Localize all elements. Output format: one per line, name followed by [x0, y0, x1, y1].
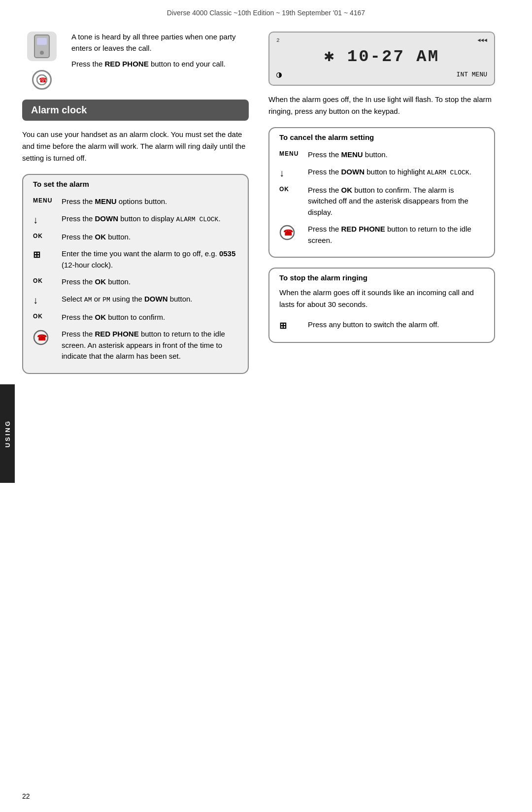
side-tab: USING	[0, 384, 15, 483]
stop-alarm-step: ⊞ Press any button to switch the alarm o…	[269, 316, 494, 334]
cancel-step-menu: MENU Press the MENU button.	[269, 146, 494, 164]
press-text-2: button to end your call.	[149, 60, 226, 68]
set-alarm-step-redphone: ☎ Press the RED PHONE button to return t…	[23, 326, 248, 365]
svg-text:☎: ☎	[37, 334, 47, 342]
red-phone-label: RED PHONE	[105, 60, 149, 68]
screen-bottom-row: ◑ INT MENU	[276, 69, 487, 80]
step-content-down2: Select AM or PM using the DOWN button.	[62, 294, 238, 305]
step-label-ok2: OK	[33, 276, 54, 284]
set-alarm-step-down1: ↓ Press the DOWN button to display ALARM…	[23, 210, 248, 229]
set-alarm-step-ok3: OK Press the OK button to confirm.	[23, 309, 248, 326]
set-alarm-step-ok2: OK Press the OK button.	[23, 273, 248, 291]
step-content-keypad1: Enter the time you want the alarm to go …	[62, 248, 238, 271]
stop-alarm-desc: When the alarm goes off it sounds like a…	[269, 287, 494, 316]
svg-text:☎: ☎	[39, 76, 47, 84]
cancel-step-redphone: ☎ Press the RED PHONE button to return t…	[269, 221, 494, 249]
set-alarm-step-down2: ↓ Select AM or PM using the DOWN button.	[23, 291, 248, 309]
press-red-phone-text: Press the RED PHONE button to end your c…	[71, 59, 249, 70]
step-label-menu1: MENU	[33, 196, 54, 204]
side-tab-label: USING	[4, 420, 11, 447]
top-text-block: A tone is heard by all three parties whe…	[71, 32, 249, 70]
set-alarm-step-ok1: OK Press the OK button.	[23, 229, 248, 246]
phone-screen: 2 ◄◄◄ ✱ 10-27 AM ◑ INT MENU	[268, 32, 495, 86]
screen-time: ✱ 10-27 AM	[324, 47, 439, 66]
step-label-down1: ↓	[33, 213, 54, 226]
keypad-icon-2: ⊞	[279, 319, 300, 331]
step-content-down1: Press the DOWN button to display ALARM C…	[62, 213, 238, 225]
cancel-content-ok: Press the OK button to confirm. The alar…	[308, 185, 484, 218]
cancel-red-phone-icon: ☎	[279, 224, 300, 242]
step-content-ok3: Press the OK button to confirm.	[62, 312, 238, 323]
page-header: Diverse 4000 Classic ~10th Edition ~ 19t…	[0, 0, 532, 22]
alarm-clock-title: Alarm clock	[31, 104, 87, 115]
cancel-content-down: Press the DOWN button to highlight ALARM…	[308, 167, 484, 178]
cancel-step-down: ↓ Press the DOWN button to highlight ALA…	[269, 164, 494, 182]
cancel-content-redphone: Press the RED PHONE button to return to …	[308, 224, 484, 246]
set-alarm-title: To set the alarm	[23, 175, 248, 193]
alarm-clock-header: Alarm clock	[22, 100, 249, 121]
step-label-ok1: OK	[33, 232, 54, 239]
keypad-icon-1: ⊞	[33, 248, 54, 260]
cancel-label-down: ↓	[279, 167, 300, 179]
alarm-clock-description: You can use your handset as an alarm clo…	[22, 129, 249, 164]
svg-rect-1	[37, 38, 47, 45]
device-icon	[27, 32, 57, 61]
step-content-ok2: Press the OK button.	[62, 276, 238, 288]
header-text: Diverse 4000 Classic ~10th Edition ~ 19t…	[167, 9, 365, 17]
tone-text: A tone is heard by all three parties whe…	[71, 32, 249, 54]
step-content-redphone: Press the RED PHONE button to return to …	[62, 329, 238, 362]
top-icon-box: ☎	[22, 32, 62, 90]
screen-top-right: ◄◄◄	[477, 37, 487, 43]
step-content-ok1: Press the OK button.	[62, 232, 238, 243]
screen-bottom-right: INT MENU	[457, 71, 487, 78]
page: Diverse 4000 Classic ~10th Edition ~ 19t…	[0, 0, 532, 812]
set-alarm-box: To set the alarm MENU Press the MENU opt…	[22, 174, 249, 374]
right-column: 2 ◄◄◄ ✱ 10-27 AM ◑ INT MENU When the ala…	[259, 32, 495, 384]
main-content: ☎ A tone is heard by all three parties w…	[0, 22, 532, 394]
cancel-label-menu: MENU	[279, 149, 300, 157]
screen-main: ✱ 10-27 AM	[276, 45, 487, 66]
stop-alarm-box: To stop the alarm ringing When the alarm…	[268, 268, 495, 343]
screen-top-row: 2 ◄◄◄	[276, 37, 487, 43]
step-content-menu1: Press the MENU options button.	[62, 196, 238, 207]
top-section: ☎ A tone is heard by all three parties w…	[22, 32, 249, 90]
step-label-ok3: OK	[33, 312, 54, 320]
set-alarm-step-keypad1: ⊞ Enter the time you want the alarm to g…	[23, 245, 248, 273]
red-phone-icon-set: ☎	[33, 329, 54, 348]
svg-point-2	[40, 51, 44, 55]
stop-alarm-step-content: Press any button to switch the alarm off…	[308, 319, 484, 331]
svg-text:☎: ☎	[283, 229, 294, 237]
cancel-alarm-title: To cancel the alarm setting	[269, 128, 494, 146]
step-label-down2: ↓	[33, 294, 54, 306]
screen-moon-icon: ◑	[276, 69, 282, 80]
right-top-text: When the alarm goes off, the In use ligh…	[268, 94, 495, 117]
page-number: 22	[22, 792, 30, 800]
left-column: ☎ A tone is heard by all three parties w…	[22, 32, 259, 384]
red-phone-icon-top: ☎	[32, 70, 52, 90]
set-alarm-step-menu: MENU Press the MENU options button.	[23, 193, 248, 210]
cancel-step-ok: OK Press the OK button to confirm. The a…	[269, 182, 494, 221]
screen-top-left: 2	[276, 37, 280, 43]
press-text-1: Press the	[71, 60, 105, 68]
cancel-label-ok: OK	[279, 185, 300, 193]
stop-alarm-title: To stop the alarm ringing	[269, 269, 494, 287]
cancel-content-menu: Press the MENU button.	[308, 149, 484, 161]
cancel-alarm-box: To cancel the alarm setting MENU Press t…	[268, 127, 495, 258]
